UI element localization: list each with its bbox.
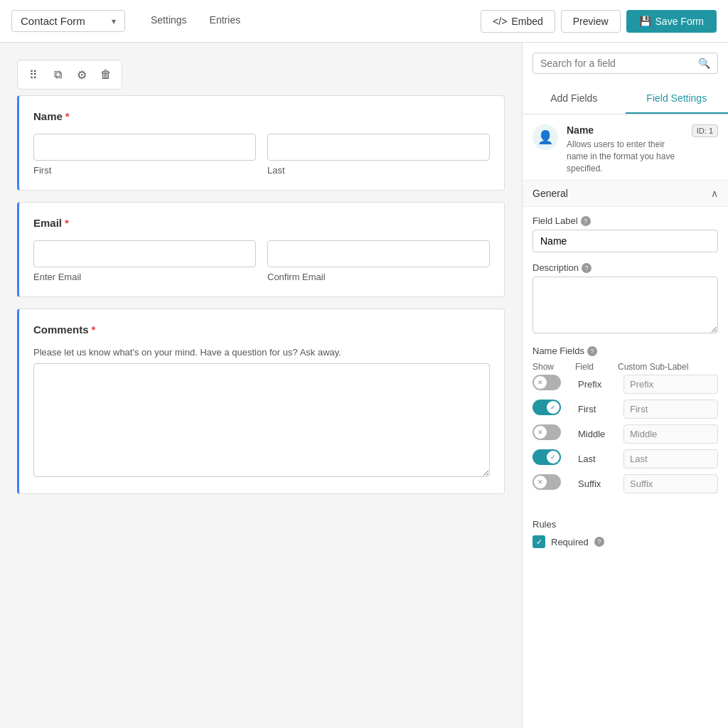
- confirm-email-input[interactable]: [267, 240, 490, 267]
- nf-row-middle: ✕ Middle: [532, 424, 718, 444]
- first-toggle[interactable]: ✓: [532, 400, 561, 415]
- trash-icon: 🗑: [100, 68, 112, 81]
- main-container: ⠿ ⧉ ⚙ 🗑 Name * First: [0, 43, 728, 728]
- email-enter-col: Enter Email: [33, 240, 256, 282]
- email-confirm-col: Confirm Email: [267, 240, 490, 282]
- nav-settings[interactable]: Settings: [139, 0, 198, 42]
- suffix-toggle[interactable]: ✕: [532, 474, 561, 490]
- description-group: Description ?: [532, 262, 718, 336]
- middle-sublabel-input[interactable]: [623, 424, 718, 444]
- required-checkbox[interactable]: ✓: [532, 535, 545, 548]
- tab-field-settings[interactable]: Field Settings: [626, 84, 729, 114]
- copy-button[interactable]: ⧉: [46, 63, 69, 86]
- person-icon: 👤: [537, 129, 553, 145]
- enter-email-input[interactable]: [33, 240, 256, 267]
- last-toggle-track: ✓: [532, 449, 561, 465]
- copy-icon: ⧉: [54, 68, 62, 81]
- comments-description: Please let us know what's on your mind. …: [33, 347, 490, 358]
- tab-add-fields[interactable]: Add Fields: [523, 84, 626, 114]
- save-form-button[interactable]: 💾 Save Form: [626, 10, 717, 33]
- prefix-label: Prefix: [578, 379, 621, 390]
- save-icon: 💾: [639, 16, 651, 27]
- field-label-help-icon: ?: [581, 216, 591, 226]
- general-section-title: General: [532, 188, 568, 199]
- comments-required-star: *: [92, 323, 96, 336]
- embed-button[interactable]: </> Embed: [481, 10, 555, 33]
- settings-button[interactable]: ⚙: [70, 63, 93, 86]
- required-label: Required: [551, 537, 589, 547]
- nav-entries[interactable]: Entries: [198, 0, 252, 42]
- name-first-input[interactable]: [33, 134, 256, 161]
- enter-email-label: Enter Email: [33, 272, 256, 282]
- first-sublabel-input[interactable]: [623, 400, 718, 419]
- email-required-star: *: [65, 217, 69, 229]
- comments-textarea[interactable]: [33, 363, 490, 477]
- embed-label: Embed: [511, 16, 542, 27]
- prefix-toggle-thumb: ✕: [534, 376, 547, 389]
- first-toggle-track: ✓: [532, 400, 561, 415]
- header-nav: Settings Entries: [139, 0, 252, 42]
- middle-toggle[interactable]: ✕: [532, 424, 561, 440]
- middle-toggle-track: ✕: [532, 424, 561, 440]
- description-textarea[interactable]: [532, 277, 718, 333]
- last-toggle[interactable]: ✓: [532, 449, 561, 465]
- drag-handle[interactable]: ⠿: [22, 63, 45, 86]
- delete-button[interactable]: 🗑: [95, 63, 117, 86]
- search-input[interactable]: [540, 58, 694, 69]
- name-first-col: First: [33, 134, 256, 176]
- x-icon-mid: ✕: [537, 429, 543, 436]
- nf-row-suffix: ✕ Suffix: [532, 474, 718, 493]
- prefix-toggle[interactable]: ✕: [532, 375, 561, 390]
- last-sublabel-input[interactable]: [623, 449, 718, 469]
- nf-col-sublabel: Custom Sub-Label: [618, 362, 718, 372]
- nf-col-show: Show: [532, 362, 575, 372]
- name-field-row: First Last: [33, 134, 490, 176]
- suffix-toggle-track: ✕: [532, 474, 561, 490]
- field-info: 👤 Name Allows users to enter their name …: [523, 114, 728, 180]
- search-bar: 🔍: [532, 53, 718, 74]
- field-toolbar: ⠿ ⧉ ⚙ 🗑: [17, 60, 122, 90]
- field-info-text: Name Allows users to enter their name in…: [567, 124, 683, 174]
- field-label-input[interactable]: [532, 230, 718, 252]
- first-label: First: [578, 404, 621, 414]
- email-field-row: Enter Email Confirm Email: [33, 240, 490, 282]
- field-info-desc: Allows users to enter their name in the …: [567, 139, 683, 174]
- general-section-content: Field Label ? Description ? Name Fields …: [523, 207, 728, 512]
- preview-button[interactable]: Preview: [561, 10, 621, 33]
- email-field-label: Email *: [33, 217, 490, 229]
- prefix-sublabel-input[interactable]: [623, 375, 718, 394]
- field-label-group: Field Label ?: [532, 215, 718, 252]
- required-help-icon: ?: [594, 537, 604, 547]
- first-toggle-thumb: ✓: [547, 401, 560, 414]
- general-section-header[interactable]: General ∧: [523, 180, 728, 207]
- field-avatar: 👤: [532, 124, 558, 150]
- email-field-block: Email * Enter Email Confirm Email: [17, 202, 505, 297]
- name-fields-help-icon: ?: [587, 346, 597, 356]
- comments-field-label: Comments *: [33, 323, 490, 336]
- suffix-toggle-thumb: ✕: [534, 476, 547, 488]
- name-fields-group: Name Fields ? Show Field Custom Sub-Labe…: [532, 346, 718, 493]
- name-fields-header: Show Field Custom Sub-Label: [532, 362, 718, 375]
- name-first-label: First: [33, 165, 256, 176]
- required-star: *: [65, 110, 70, 122]
- chevron-down-icon: ▾: [112, 16, 116, 26]
- description-help-icon: ?: [582, 263, 592, 273]
- name-field-label: Name *: [33, 110, 490, 122]
- form-builder: ⠿ ⧉ ⚙ 🗑 Name * First: [0, 43, 522, 728]
- sliders-icon: ⚙: [77, 68, 87, 82]
- save-label: Save Form: [655, 16, 704, 27]
- rules-section: Rules ✓ Required ?: [523, 512, 728, 555]
- name-last-label: Last: [267, 165, 490, 176]
- last-toggle-thumb: ✓: [547, 451, 560, 464]
- drag-icon: ⠿: [29, 68, 38, 82]
- suffix-sublabel-input[interactable]: [623, 474, 718, 493]
- header-right: </> Embed Preview 💾 Save Form: [481, 10, 717, 33]
- name-last-input[interactable]: [267, 134, 490, 161]
- check-icon: ✓: [550, 404, 556, 411]
- form-title-dropdown[interactable]: Contact Form ▾: [11, 10, 125, 32]
- header-left: Contact Form ▾ Settings Entries: [11, 0, 252, 42]
- name-fields-label: Name Fields ?: [532, 346, 718, 356]
- middle-label: Middle: [578, 429, 621, 439]
- code-icon: </>: [493, 16, 507, 27]
- form-title-text: Contact Form: [21, 15, 85, 27]
